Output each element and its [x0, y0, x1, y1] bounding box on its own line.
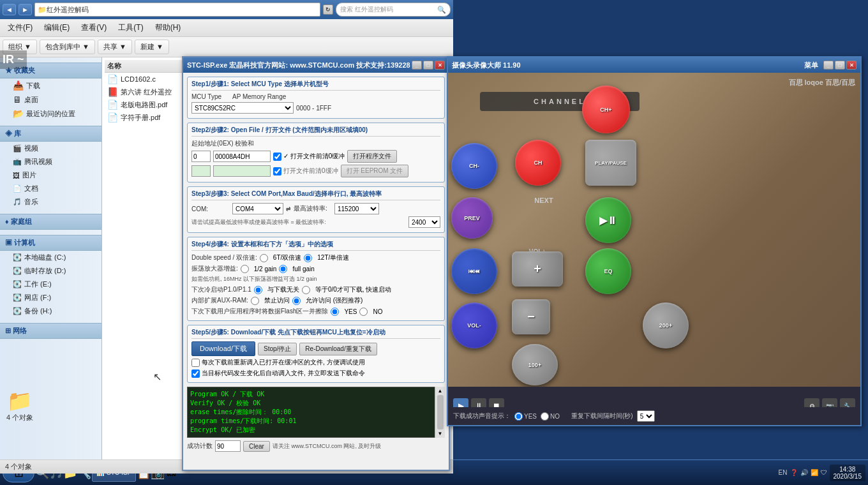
close-button[interactable]: ✕: [435, 61, 445, 70]
sidebar-item-desktop[interactable]: 🖥 桌面: [0, 93, 101, 107]
aux-opt2-radio[interactable]: [292, 297, 301, 305]
sound-yes-radio[interactable]: [514, 412, 523, 421]
speed-12t-radio[interactable]: [304, 254, 312, 262]
erase-yes-option[interactable]: YES: [331, 308, 357, 316]
sidebar-item-music[interactable]: 🎵 音乐: [0, 195, 101, 209]
sidebar-item-c[interactable]: 💽 本地磁盘 (C:): [0, 251, 101, 264]
minus-button[interactable]: −: [512, 299, 550, 334]
speaker-icon[interactable]: 🔊: [800, 469, 808, 476]
new-button[interactable]: 新建 ▼: [135, 40, 169, 54]
homegroup-header[interactable]: ♦ 家庭组: [0, 214, 101, 230]
menu-label[interactable]: 菜单: [804, 61, 818, 70]
cam-minimize-button[interactable]: _: [823, 61, 834, 70]
sidebar-item-recent[interactable]: 📂 最近访问的位置: [0, 107, 101, 121]
amp-half-radio[interactable]: [241, 265, 249, 273]
scroll-thumb[interactable]: [437, 395, 444, 429]
desktop-folder[interactable]: 📁 4 个对象: [6, 389, 33, 422]
search-bar[interactable]: 搜索 红外遥控解码 🔍: [336, 3, 451, 17]
menu-file[interactable]: 文件(F): [3, 20, 38, 35]
sidebar-item-video[interactable]: 🎬 视频: [0, 142, 101, 155]
sidebar-item-documents[interactable]: 📄 文档: [0, 182, 101, 195]
boot-opt2-option[interactable]: 等于0/0才可下载, 快速启动: [302, 285, 391, 294]
start-addr-input[interactable]: [191, 151, 211, 162]
check2-checkbox[interactable]: [191, 369, 200, 378]
speed-6t-radio[interactable]: [260, 254, 268, 262]
sidebar-item-download[interactable]: 📥 下载: [0, 78, 101, 93]
open-file-checkbox[interactable]: [273, 153, 281, 161]
network-header[interactable]: ⊞ 网络: [0, 323, 101, 339]
cam-maximize-button[interactable]: □: [835, 61, 845, 70]
boot-opt1-option[interactable]: 与下载无关: [254, 285, 299, 294]
clear-button[interactable]: Clear: [243, 441, 270, 452]
sound-no-option[interactable]: NO: [541, 412, 560, 421]
log-scrollbar[interactable]: ▲ ▼: [435, 387, 445, 438]
kk-button[interactable]: ⏮⏮: [451, 248, 497, 294]
eeprom-checksum[interactable]: [213, 165, 271, 177]
amp-full-radio[interactable]: [279, 265, 287, 273]
erase-no-option[interactable]: NO: [359, 308, 382, 316]
open-prog-button[interactable]: 打开程序文件: [347, 150, 397, 163]
cam-close-button[interactable]: ✕: [846, 61, 857, 70]
mcu-type-select[interactable]: STC89C52RC: [191, 102, 294, 114]
network-icon[interactable]: 📶: [811, 469, 818, 476]
min-baud-select[interactable]: 2400: [408, 216, 440, 228]
library-header[interactable]: ◈ 库: [0, 126, 101, 142]
menu-view[interactable]: 查看(V): [76, 20, 112, 35]
count-input[interactable]: 90: [215, 440, 241, 452]
include-library-button[interactable]: 包含到库中 ▼: [40, 40, 95, 54]
maximize-button[interactable]: □: [423, 61, 433, 70]
address-bar[interactable]: 📁 红外遥控解码: [34, 3, 320, 17]
ch-button[interactable]: CH: [515, 140, 561, 186]
open-eeprom-checkbox[interactable]: [273, 167, 281, 175]
menu-tools[interactable]: 工具(T): [113, 20, 148, 35]
antivirus-icon[interactable]: 🛡: [821, 469, 827, 476]
sound-no-radio[interactable]: [541, 412, 549, 421]
playpause-button[interactable]: PLAY/PAUSE: [585, 140, 636, 186]
ch-minus-button[interactable]: CH-: [451, 143, 497, 189]
hundred-button[interactable]: 100+: [512, 344, 558, 385]
share-button[interactable]: 共享 ▼: [98, 40, 132, 54]
interval-select[interactable]: 5: [637, 410, 655, 422]
eeprom-input[interactable]: [191, 165, 211, 177]
boot-opt1-radio[interactable]: [254, 286, 262, 294]
boot-opt2-radio[interactable]: [302, 286, 310, 294]
redownload-button[interactable]: Re-Download/重复下载: [299, 343, 377, 355]
sidebar-item-tencent-video[interactable]: 📺 腾讯视频: [0, 155, 101, 168]
sound-yes-option[interactable]: YES: [514, 412, 537, 421]
sidebar-item-d[interactable]: 💽 临时存放 (D:): [0, 264, 101, 278]
two-hundred-button[interactable]: 200+: [643, 302, 689, 348]
sidebar-item-f[interactable]: 💽 网店 (F:): [0, 291, 101, 304]
speed-12t-option[interactable]: 12T/单倍速: [304, 253, 349, 262]
speed-6t-option[interactable]: 6T/双倍速: [260, 253, 301, 262]
vol-minus-button[interactable]: VOL-: [451, 302, 497, 348]
checksum-input[interactable]: [213, 151, 271, 162]
amp-half-option[interactable]: 1/2 gain: [241, 265, 277, 273]
menu-edit[interactable]: 编辑(E): [39, 20, 75, 35]
erase-yes-radio[interactable]: [331, 308, 339, 316]
back-button[interactable]: ◄: [3, 4, 16, 15]
erase-no-radio[interactable]: [359, 308, 368, 316]
refresh-button[interactable]: ↻: [323, 4, 333, 15]
menu-help[interactable]: 帮助(H): [150, 20, 186, 35]
check1-checkbox[interactable]: [191, 359, 200, 367]
ch-plus-button[interactable]: CH+: [582, 86, 630, 133]
minimize-button[interactable]: _: [412, 61, 422, 70]
baud-select[interactable]: 115200: [334, 203, 379, 214]
aux-opt1-radio[interactable]: [251, 297, 259, 305]
stop-button[interactable]: Stop/停止: [258, 343, 297, 355]
computer-header[interactable]: ▣ 计算机: [0, 235, 101, 251]
sidebar-item-pictures[interactable]: 🖼 图片: [0, 168, 101, 182]
prev-button[interactable]: PREV: [451, 197, 493, 239]
aux-opt1-option[interactable]: 禁止访问: [251, 296, 290, 305]
amp-full-option[interactable]: full gain: [279, 265, 314, 273]
forward-button[interactable]: ►: [19, 4, 32, 15]
vol-plus-button[interactable]: +: [512, 251, 563, 287]
aux-opt2-option[interactable]: 允许访问 (强烈推荐): [292, 296, 363, 305]
eq-button[interactable]: EQ: [585, 248, 631, 294]
playpause-center-button[interactable]: ▶⏸: [585, 197, 631, 243]
open-eeprom-button[interactable]: 打开 EEPROM 文件: [341, 165, 409, 177]
sidebar-item-e[interactable]: 💽 工作 (E:): [0, 278, 101, 291]
sidebar-item-h[interactable]: 💽 备份 (H:): [0, 304, 101, 318]
download-button[interactable]: Download/下载: [191, 341, 255, 356]
com-select[interactable]: COM4: [232, 203, 283, 214]
